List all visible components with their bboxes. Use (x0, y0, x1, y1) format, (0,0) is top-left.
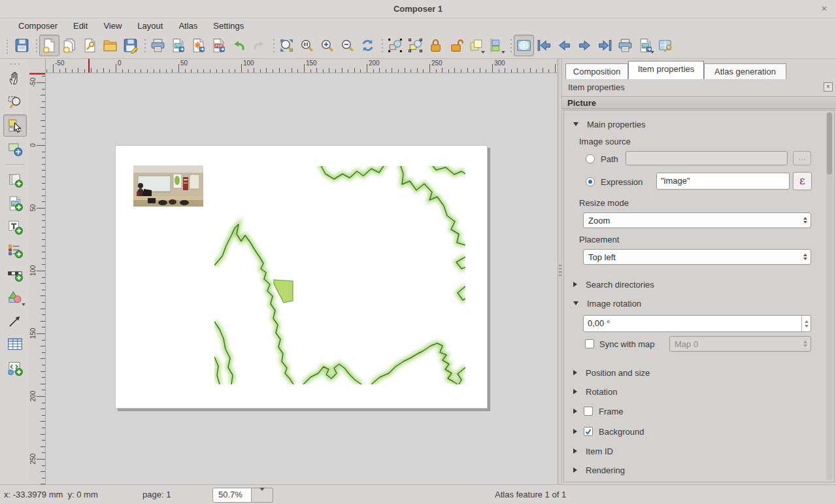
atlas-next-icon (577, 37, 593, 54)
toolbar-zoom-full-button[interactable] (276, 35, 297, 56)
toolbar-save-as-button[interactable] (120, 35, 141, 56)
ruler-tick (42, 478, 45, 479)
toolbar-export-atlas-button[interactable] (635, 35, 656, 56)
ruler-tick (42, 258, 45, 259)
toolbar-zoom-actual-button[interactable] (297, 35, 317, 56)
toolbar-atlas-next-button[interactable] (575, 35, 595, 56)
panel-scrollbar[interactable] (826, 112, 833, 480)
placement-select[interactable]: Top left (583, 249, 811, 265)
rotation-spin-buttons[interactable] (801, 315, 811, 332)
toolbar-atlas-first-button[interactable] (534, 35, 554, 56)
menu-atlas[interactable]: Atlas (171, 20, 205, 32)
toolbar-deselect-items-button[interactable] (405, 35, 426, 56)
section-position-and-size[interactable]: Position and size (573, 365, 650, 380)
toolbar-export-image-button[interactable] (168, 35, 188, 56)
sync-with-map-checkbox[interactable]: Sync with map (585, 337, 655, 351)
toolbar-lock-items-button[interactable] (426, 35, 446, 56)
browse-button[interactable]: ... (793, 151, 811, 165)
toolbar-align-items-button[interactable] (486, 35, 507, 56)
ruler-tick (266, 68, 267, 73)
toolbar-add-image-button[interactable] (3, 192, 27, 214)
section-rotation[interactable]: Rotation (573, 384, 617, 399)
toolbar-select-move-item-button[interactable] (3, 114, 27, 137)
toolbar-add-legend-button[interactable] (3, 239, 27, 261)
toolbar-undo-button[interactable] (229, 35, 249, 56)
toolbar-select-items-button[interactable] (385, 35, 405, 56)
dock-close-icon[interactable]: × (824, 82, 833, 92)
picture-item[interactable] (133, 165, 203, 207)
section-image-rotation[interactable]: Image rotation (573, 296, 641, 311)
window-close-icon[interactable]: × (818, 2, 831, 15)
ruler-major-tick (37, 459, 45, 460)
toolbar-redo-button[interactable] (249, 35, 269, 56)
tab-atlas-generation[interactable]: Atlas generation (704, 63, 786, 79)
resize-mode-select[interactable]: Zoom (583, 212, 811, 228)
toolbar-atlas-settings-button[interactable] (656, 35, 676, 56)
menu-layout[interactable]: Layout (129, 20, 171, 32)
zoom-level-combo[interactable]: 50.7% (212, 488, 273, 503)
section-rendering[interactable]: Rendering (573, 463, 625, 477)
toolbar-print-button[interactable] (148, 35, 168, 56)
section-main-properties[interactable]: Main properties (573, 117, 646, 131)
toolbar-atlas-preview-button[interactable] (514, 35, 534, 56)
section-background[interactable]: Background (573, 424, 644, 439)
toolbar-pan-button[interactable] (3, 67, 27, 90)
toolbar-handle[interactable] (5, 37, 10, 54)
composition-canvas[interactable] (46, 73, 558, 484)
section-item-id[interactable]: Item ID (573, 444, 613, 458)
toolbar-export-svg-button[interactable] (188, 35, 209, 56)
rotation-spinbox[interactable]: 0,00 ° (583, 315, 811, 332)
toolbar-add-map-button[interactable] (3, 169, 27, 191)
tab-composition[interactable]: Composition (565, 63, 628, 79)
toolbar-add-html-button[interactable] (3, 357, 27, 379)
composer-page[interactable] (115, 145, 488, 409)
zoom-dropdown-button[interactable] (252, 488, 273, 503)
toolbar-composer-manager-button[interactable] (80, 35, 100, 56)
toolbar-new-composition-button[interactable] (39, 35, 59, 56)
workspace: -50050100150200250300350 -50050100150200… (0, 59, 558, 484)
menu-view[interactable]: View (95, 20, 129, 32)
pan-icon (7, 70, 24, 87)
toolbar-atlas-prev-button[interactable] (554, 35, 575, 56)
toolbar-handle[interactable] (8, 61, 22, 65)
sync-map-select[interactable]: Map 0 (669, 336, 811, 352)
toolbar-zoom-out-button[interactable] (337, 35, 358, 56)
toolbar-add-scalebar-button[interactable] (3, 263, 27, 285)
tab-item-properties[interactable]: Item properties (628, 61, 704, 79)
panel-splitter[interactable] (558, 59, 562, 484)
toolbar-zoom-item-button[interactable] (3, 91, 27, 113)
zoom-level-value[interactable]: 50.7% (212, 488, 252, 503)
expression-builder-button[interactable]: ε (793, 172, 812, 190)
expression-radio[interactable]: Expression (586, 175, 643, 189)
ruler-tick (42, 340, 45, 341)
section-search-directories[interactable]: Search directories (573, 277, 654, 292)
toolbar-atlas-last-button[interactable] (595, 35, 615, 56)
checkbox-icon[interactable] (584, 407, 593, 416)
checkbox-checked-icon[interactable] (584, 427, 593, 436)
toolbar-duplicate-composition-button[interactable] (59, 35, 80, 56)
menu-settings[interactable]: Settings (205, 20, 252, 32)
toolbar-print-atlas-button[interactable] (615, 35, 635, 56)
toolbar-save-button[interactable] (12, 35, 32, 56)
expression-input[interactable]: "image" (656, 173, 790, 190)
print-atlas-icon (617, 37, 633, 54)
toolbar-raise-items-button[interactable] (466, 35, 486, 56)
toolbar-zoom-in-button[interactable] (317, 35, 337, 56)
toolbar-add-label-button[interactable] (3, 216, 27, 238)
toolbar-add-shape-button[interactable] (3, 286, 27, 309)
menu-composer[interactable]: Composer (10, 20, 65, 32)
toolbar-move-item-content-button[interactable] (3, 138, 27, 160)
path-input[interactable] (626, 151, 788, 165)
ruler-tick (335, 69, 336, 73)
toolbar-unlock-items-button[interactable] (446, 35, 466, 56)
menu-edit[interactable]: Edit (65, 20, 95, 32)
map-item[interactable] (214, 166, 465, 384)
toolbar-add-attribute-table-button[interactable] (3, 333, 27, 356)
toolbar-open-button[interactable] (100, 35, 120, 56)
section-frame[interactable]: Frame (573, 404, 624, 418)
toolbar-refresh-button[interactable] (358, 35, 378, 56)
toolbar-add-arrow-button[interactable] (3, 310, 27, 332)
path-radio[interactable]: Path (586, 152, 618, 166)
toolbar-export-pdf-button[interactable] (209, 35, 229, 56)
scrollbar-thumb[interactable] (827, 112, 832, 175)
